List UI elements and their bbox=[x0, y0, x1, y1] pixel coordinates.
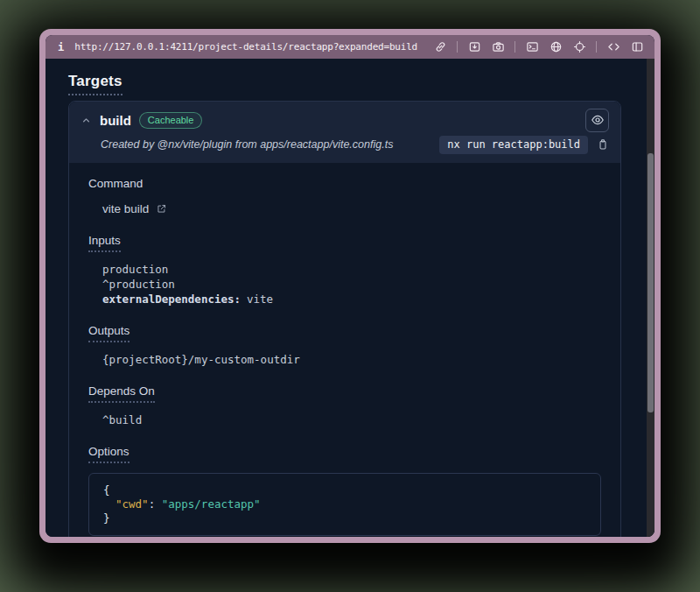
toolbar-actions bbox=[433, 40, 644, 54]
command-link[interactable]: vite build bbox=[102, 202, 167, 215]
code-line: "cwd": "apps/reactapp" bbox=[103, 497, 586, 511]
command-label: Command bbox=[88, 176, 143, 191]
options-code-block: { "cwd": "apps/reactapp" } bbox=[88, 473, 601, 536]
terminal-icon[interactable] bbox=[525, 40, 539, 54]
depends-on-label[interactable]: Depends On bbox=[88, 384, 155, 403]
browser-viewport: i http://127.0.0.1:4211/project-details/… bbox=[46, 35, 654, 537]
section-command: Command vite build bbox=[88, 175, 601, 216]
created-by-note: Created by @nx/vite/plugin from apps/rea… bbox=[101, 138, 393, 151]
info-icon: i bbox=[58, 41, 64, 53]
target-name[interactable]: build bbox=[100, 113, 131, 128]
section-inputs: Inputs production ^production externalDe… bbox=[88, 232, 601, 307]
code-json-key: "cwd" bbox=[116, 497, 149, 511]
panel-icon[interactable] bbox=[630, 40, 644, 54]
section-outputs: Outputs {projectRoot}/my-custom-outdir bbox=[88, 322, 601, 367]
address-bar[interactable]: http://127.0.0.1:4211/project-details/re… bbox=[74, 41, 417, 53]
page-title: Targets bbox=[68, 59, 621, 95]
browser-toolbar: i http://127.0.0.1:4211/project-details/… bbox=[46, 35, 654, 59]
code-line: { bbox=[103, 483, 586, 497]
input-dependency-key: externalDependencies: bbox=[102, 292, 241, 306]
globe-icon[interactable] bbox=[549, 40, 563, 54]
build-header-subrow: Created by @nx/vite/plugin from apps/rea… bbox=[80, 135, 609, 154]
scrollbar-track[interactable] bbox=[647, 59, 654, 537]
code-json-value: "apps/reactapp" bbox=[162, 497, 261, 511]
copy-icon[interactable] bbox=[597, 138, 609, 151]
input-dependency-value: vite bbox=[247, 292, 273, 306]
toolbar-divider bbox=[457, 41, 458, 53]
options-label[interactable]: Options bbox=[88, 444, 130, 463]
camera-icon[interactable] bbox=[491, 40, 505, 54]
save-frame-icon[interactable] bbox=[467, 40, 481, 54]
scrollbar-thumb[interactable] bbox=[648, 153, 654, 412]
section-depends-on: Depends On ^build bbox=[88, 383, 601, 427]
run-command-chip: nx run reactapp:build bbox=[439, 136, 588, 154]
input-item: externalDependencies:vite bbox=[102, 292, 601, 307]
code-json-separator: : bbox=[149, 497, 162, 511]
input-item: ^production bbox=[102, 277, 601, 292]
build-header-row: build Cacheable bbox=[80, 110, 609, 130]
toolbar-divider bbox=[596, 41, 597, 53]
browser-window: i http://127.0.0.1:4211/project-details/… bbox=[39, 29, 661, 543]
section-options: Options { "cwd": "apps/reactapp" } bbox=[88, 443, 601, 536]
output-item: {projectRoot}/my-custom-outdir bbox=[102, 352, 601, 367]
toolbar-divider bbox=[514, 41, 515, 53]
command-value: vite build bbox=[102, 202, 149, 215]
view-target-graph-button[interactable] bbox=[585, 109, 609, 132]
code-line: } bbox=[103, 511, 586, 525]
depends-on-item: ^build bbox=[102, 412, 601, 427]
build-card-header: build Cacheable Created by @nx/vite/plug… bbox=[69, 102, 620, 163]
cacheable-badge: Cacheable bbox=[139, 112, 203, 129]
input-item: production bbox=[102, 262, 601, 277]
inputs-label[interactable]: Inputs bbox=[88, 233, 121, 252]
code-icon[interactable] bbox=[606, 40, 620, 54]
target-card-build: build Cacheable Created by @nx/vite/plug… bbox=[68, 101, 621, 537]
crosshair-icon[interactable] bbox=[572, 40, 586, 54]
desktop-background: i http://127.0.0.1:4211/project-details/… bbox=[0, 0, 700, 592]
project-details-page: Targets build Cacheable bbox=[46, 59, 654, 537]
external-link-icon bbox=[156, 203, 167, 215]
outputs-label[interactable]: Outputs bbox=[88, 323, 130, 342]
chevron-up-icon[interactable] bbox=[80, 115, 92, 126]
build-card-body: Command vite build Inputs p bbox=[69, 163, 620, 537]
link-icon[interactable] bbox=[433, 40, 447, 54]
